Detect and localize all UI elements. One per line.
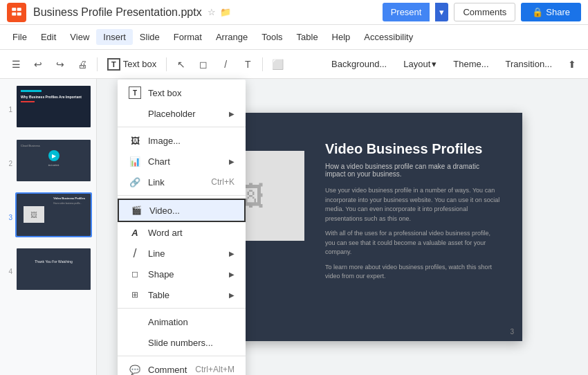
toolbar-separator-2: [166, 57, 167, 71]
layout-button[interactable]: Layout ▾: [396, 56, 443, 72]
slide-1-number: 1: [4, 106, 12, 113]
comment-shortcut: Ctrl+Alt+M: [195, 365, 235, 374]
menu-option-table[interactable]: ⊞ Table ▶: [118, 284, 246, 305]
transition-button[interactable]: Transition...: [499, 56, 559, 72]
menu-separator-4: [118, 356, 246, 356]
slide-numbers-menu-icon: [129, 336, 141, 349]
top-right-buttons: Present ▾ Comments 🔒 Share: [383, 3, 581, 21]
slide-2-number: 2: [4, 160, 12, 167]
text-box-icon: T: [107, 58, 120, 71]
folder-icon[interactable]: 📁: [220, 7, 231, 17]
menu-option-slide-numbers[interactable]: Slide numbers...: [118, 332, 246, 353]
shape-submenu-arrow: ▶: [229, 271, 235, 278]
menu-option-chart[interactable]: 📊 Chart ▶: [118, 151, 246, 172]
menu-option-shape[interactable]: ◻ Shape ▶: [118, 264, 246, 284]
main-area: 1 Why Business Profiles Are Important 2 …: [0, 79, 588, 375]
share-lock-icon: 🔒: [532, 7, 543, 17]
undo-button[interactable]: ↩: [28, 54, 48, 75]
menu-table[interactable]: Table: [290, 29, 325, 45]
background-button[interactable]: Background...: [324, 56, 394, 72]
menu-option-line[interactable]: / Line ▶: [118, 243, 246, 264]
menu-option-textbox[interactable]: T Text box: [118, 82, 246, 103]
line-menu-icon: /: [129, 247, 141, 259]
background-type-button[interactable]: ⬜: [267, 54, 288, 75]
menu-bar: File Edit View Insert Slide Format Arran…: [0, 25, 588, 50]
svg-rect-0: [12, 8, 16, 11]
toolbar-right-section: Background... Layout ▾ Theme... Transiti…: [324, 54, 582, 75]
slide-3-container: 3 🖼 Video Business Profiles How a video …: [4, 192, 92, 242]
menu-slide[interactable]: Slide: [133, 29, 167, 45]
comments-button[interactable]: Comments: [454, 3, 515, 21]
chart-menu-icon: 📊: [129, 155, 141, 167]
slide-1-thumbnail[interactable]: Why Business Profiles Are Important: [15, 84, 92, 129]
slide-body-3: To learn more about video business profi…: [325, 263, 502, 282]
shape-menu-icon: ◻: [129, 268, 141, 280]
slide-3-thumbnail[interactable]: 🖼 Video Business Profiles How a video bu…: [15, 192, 92, 237]
link-menu-label: Link: [148, 177, 165, 188]
redo-button[interactable]: ↪: [50, 54, 71, 75]
textbox-menu-label: Text box: [148, 88, 181, 98]
star-icon[interactable]: ☆: [208, 7, 216, 17]
shape-menu-label: Shape: [148, 269, 174, 280]
slide-1-container: 1 Why Business Profiles Are Important: [4, 84, 92, 134]
select-arrow-button[interactable]: ↖: [171, 54, 192, 75]
share-button[interactable]: 🔒 Share: [521, 3, 581, 21]
theme-button[interactable]: Theme...: [446, 56, 495, 72]
menu-insert[interactable]: Insert: [96, 29, 133, 45]
slide-body-2: With all of the uses for a professional …: [325, 229, 502, 257]
menu-option-image[interactable]: 🖼 Image...: [118, 130, 246, 151]
link-menu-icon: 🔗: [129, 176, 141, 188]
menu-option-word-art[interactable]: A Word art: [118, 222, 246, 243]
menu-accessibility[interactable]: Accessibility: [357, 29, 420, 45]
present-dropdown-button[interactable]: ▾: [435, 3, 448, 21]
line-submenu-arrow: ▶: [229, 250, 235, 257]
menu-icon[interactable]: ☰: [6, 54, 26, 75]
chart-submenu-arrow: ▶: [229, 158, 235, 165]
insert-dropdown-menu: T Text box Placeholder ▶ 🖼 Image... 📊 Ch…: [118, 80, 246, 375]
slides-panel: 1 Why Business Profiles Are Important 2 …: [0, 79, 97, 375]
slide-3-number: 3: [4, 214, 12, 221]
menu-option-animation[interactable]: Animation: [118, 311, 246, 332]
menu-format[interactable]: Format: [167, 29, 209, 45]
menu-separator-1: [118, 127, 246, 127]
slide-title: Video Business Profiles: [325, 140, 502, 157]
text-button[interactable]: T: [237, 54, 258, 75]
text-box-button[interactable]: T Text box: [102, 56, 162, 73]
video-menu-label: Video...: [149, 205, 180, 216]
menu-option-link[interactable]: 🔗 Link Ctrl+K: [118, 172, 246, 192]
word-art-menu-icon: A: [129, 226, 141, 239]
menu-tools[interactable]: Tools: [255, 29, 289, 45]
menu-option-video[interactable]: 🎬 Video...: [118, 199, 246, 222]
menu-file[interactable]: File: [6, 29, 34, 45]
link-shortcut: Ctrl+K: [211, 177, 235, 187]
slide-2-thumbnail[interactable]: Cloud Business ▶ text content: [15, 138, 92, 183]
video-menu-icon: 🎬: [130, 204, 143, 217]
shape-button[interactable]: ◻: [193, 54, 214, 75]
word-art-menu-label: Word art: [148, 228, 183, 238]
present-button[interactable]: Present: [383, 3, 430, 21]
app-icon: [7, 3, 26, 22]
slide-page-number: 3: [510, 328, 514, 336]
menu-help[interactable]: Help: [325, 29, 358, 45]
collapse-button[interactable]: ⬆: [562, 54, 582, 75]
placeholder-submenu-arrow: ▶: [229, 110, 235, 118]
animation-menu-label: Animation: [148, 317, 188, 327]
slide-numbers-menu-label: Slide numbers...: [148, 338, 213, 348]
line-button[interactable]: /: [215, 54, 236, 75]
textbox-menu-icon: T: [129, 86, 141, 99]
menu-separator-3: [118, 308, 246, 309]
slide-4-number: 4: [4, 268, 12, 275]
print-button[interactable]: 🖨: [72, 54, 93, 75]
menu-option-comment[interactable]: 💬 Comment Ctrl+Alt+M: [118, 359, 246, 375]
placeholder-menu-label: Placeholder: [148, 109, 196, 119]
menu-arrange[interactable]: Arrange: [209, 29, 255, 45]
toolbar: ☰ ↩ ↪ 🖨 T Text box ↖ ◻ / T ⬜ Background.…: [0, 50, 588, 79]
menu-option-placeholder[interactable]: Placeholder ▶: [118, 103, 246, 124]
table-submenu-arrow: ▶: [229, 291, 235, 299]
slide-4-thumbnail[interactable]: Thank You For Watching: [15, 247, 92, 291]
layout-dropdown-icon: ▾: [432, 59, 437, 69]
menu-edit[interactable]: Edit: [34, 29, 63, 45]
menu-view[interactable]: View: [63, 29, 96, 45]
table-menu-label: Table: [148, 290, 169, 300]
slide-subtitle: How a video business profile can make a …: [325, 163, 502, 178]
